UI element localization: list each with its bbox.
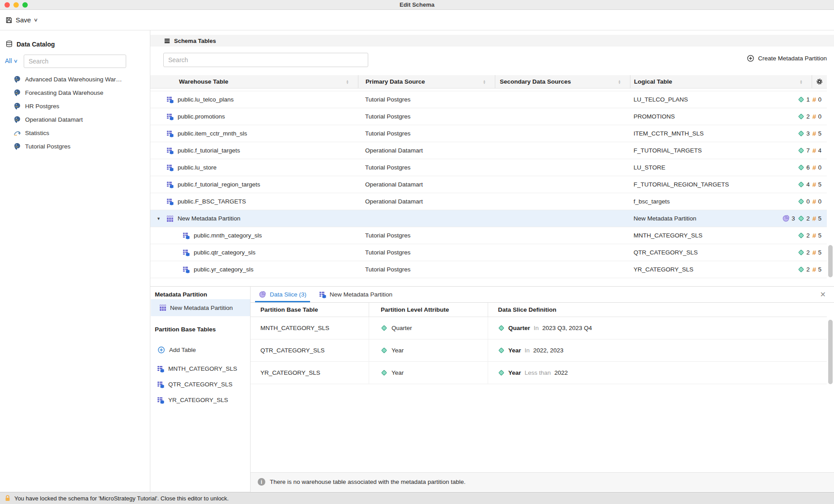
base-table-name: MNTH_CATEGORY_SLS — [168, 365, 237, 372]
fact-icon: # — [813, 96, 816, 103]
logical-table-name: YR_CATEGORY_SLS — [634, 266, 694, 273]
info-message: There is no warehouse table associated w… — [270, 479, 466, 485]
table-row[interactable]: public.lu_store Tutorial Postgres LU_STO… — [150, 159, 827, 176]
warehouse-table-name: public.yr_category_sls — [194, 266, 254, 273]
table-row[interactable]: public.mnth_category_sls Tutorial Postgr… — [150, 227, 827, 244]
metadata-partition-icon — [159, 304, 166, 311]
tab-new-metadata-partition[interactable]: New Metadata Partition — [313, 287, 399, 302]
table-row[interactable]: ▼ New Metadata Partition New Metadata Pa… — [150, 210, 827, 227]
definition-operator: Less than — [525, 369, 551, 376]
gear-icon — [816, 78, 823, 85]
data-slice-scrollbar[interactable] — [828, 320, 833, 384]
filter-dropdown[interactable]: All ∨ — [5, 57, 17, 64]
sort-icon[interactable]: ▲▼ — [483, 80, 486, 84]
catalog-item[interactable]: Operational Datamart — [0, 113, 150, 126]
sort-icon[interactable]: ▲▼ — [346, 80, 349, 84]
column-settings-button[interactable] — [812, 75, 827, 88]
primary-data-source: Operational Datamart — [358, 181, 495, 188]
partition-count: 3 — [791, 215, 795, 222]
object-counts: 4 # 5 — [798, 181, 821, 188]
lock-icon — [4, 495, 11, 502]
sort-icon[interactable]: ▲▼ — [618, 80, 621, 84]
primary-data-source: Tutorial Postgres — [358, 164, 495, 171]
attribute-icon — [798, 232, 804, 239]
column-header-warehouse-table[interactable]: Warehouse Table ▲▼ — [150, 75, 358, 88]
sort-icon[interactable]: ▲▼ — [800, 80, 803, 84]
catalog-item[interactable]: Tutorial Postgres — [0, 140, 150, 153]
column-header-primary-data-source[interactable]: Primary Data Source ▲▼ — [358, 75, 495, 88]
catalog-item-label: Operational Datamart — [25, 116, 83, 123]
data-slice-row[interactable]: YR_CATEGORY_SLS Year Year Less than 2022 — [251, 362, 827, 384]
plus-circle-icon — [747, 55, 754, 62]
chevron-down-icon[interactable]: ∨ — [34, 17, 38, 23]
table-row[interactable]: public.lu_telco_plans Tutorial Postgres … — [150, 91, 827, 108]
warehouse-table-name: public.promotions — [178, 113, 225, 120]
schema-tables-search-input[interactable] — [163, 53, 368, 67]
close-panel-icon[interactable]: ✕ — [820, 290, 826, 299]
column-header-secondary-data-sources[interactable]: Secondary Data Sources ▲▼ — [495, 75, 630, 88]
partition-base-table-item[interactable]: QTR_CATEGORY_SLS — [150, 377, 250, 392]
logical-table-name: LU_STORE — [634, 164, 665, 171]
warehouse-table-name: public.qtr_category_sls — [194, 249, 255, 256]
fact-icon: # — [813, 198, 816, 205]
add-table-button[interactable]: Add Table — [157, 346, 196, 354]
column-header-logical-table[interactable]: Logical Table ▲▼ — [630, 75, 812, 88]
attribute-count: 6 — [806, 164, 810, 171]
catalog-item-label: Tutorial Postgres — [25, 143, 71, 150]
table-row[interactable]: public.f_tutorial_targets Operational Da… — [150, 142, 827, 159]
table-row[interactable]: public.yr_category_sls Tutorial Postgres… — [150, 261, 827, 278]
table-row[interactable]: public.f_tutorial_region_targets Operati… — [150, 176, 827, 193]
catalog-item-label: Forecasting Data Warehouse — [25, 89, 103, 96]
warehouse-table-icon — [157, 381, 164, 388]
attribute-count: 2 — [806, 266, 810, 273]
partition-base-table-item[interactable]: YR_CATEGORY_SLS — [150, 392, 250, 408]
selected-partition-item[interactable]: New Metadata Partition — [151, 299, 250, 316]
partition-base-table-item[interactable]: MNTH_CATEGORY_SLS — [150, 361, 250, 377]
catalog-item[interactable]: Advanced Data Warehousing War… — [0, 72, 150, 86]
fact-count: 0 — [818, 198, 821, 205]
warehouse-table-icon — [183, 232, 190, 239]
warehouse-table-name: public.f_tutorial_region_targets — [178, 181, 260, 188]
fact-icon: # — [813, 232, 816, 239]
data-slice-row[interactable]: MNTH_CATEGORY_SLS Quarter Quarter In 202… — [251, 317, 827, 339]
object-counts: 2 # 5 — [798, 249, 821, 256]
logical-table-name: LU_TELCO_PLANS — [634, 96, 688, 103]
data-slice-row[interactable]: QTR_CATEGORY_SLS Year Year In 2022, 2023 — [251, 339, 827, 362]
fact-icon: # — [813, 181, 816, 188]
attribute-icon — [498, 325, 505, 331]
definition-values: 2022, 2023 — [533, 347, 564, 354]
attribute-count: 2 — [806, 215, 810, 222]
warehouse-table-icon — [166, 113, 174, 120]
table-row[interactable]: public.F_BSC_TARGETS Operational Datamar… — [150, 193, 827, 210]
catalog-list: Advanced Data Warehousing War… Forecasti… — [0, 72, 150, 153]
definition-attribute: Year — [508, 347, 521, 354]
catalog-search-input[interactable] — [24, 55, 126, 68]
catalog-item[interactable]: Statistics — [0, 126, 150, 140]
save-icon — [5, 17, 13, 24]
partition-base-table-cell: YR_CATEGORY_SLS — [251, 369, 369, 376]
status-bar: You have locked the schema for 'MicroStr… — [0, 492, 834, 504]
attribute-icon — [798, 266, 804, 273]
create-metadata-partition-button[interactable]: Create Metadata Partition — [747, 55, 827, 62]
data-catalog-panel: Data Catalog All ∨ Advanced Data Warehou… — [0, 30, 150, 492]
catalog-item[interactable]: HR Postgres — [0, 99, 150, 113]
postgres-icon — [13, 89, 21, 97]
save-button-label: Save — [16, 16, 31, 24]
save-button[interactable]: Save ∨ — [5, 16, 38, 24]
schema-grid-scrollbar[interactable] — [828, 245, 833, 277]
primary-data-source: Tutorial Postgres — [358, 266, 495, 273]
table-row[interactable]: public.promotions Tutorial Postgres PROM… — [150, 108, 827, 125]
expand-caret-icon[interactable]: ▼ — [157, 216, 161, 221]
table-row[interactable]: public.item_cctr_mnth_sls Tutorial Postg… — [150, 125, 827, 142]
tab-data-slice[interactable]: Data Slice (3) — [252, 287, 313, 302]
object-counts: 2 # 0 — [798, 113, 821, 120]
object-counts: 0 # 0 — [798, 198, 821, 205]
object-counts: 7 # 4 — [798, 147, 821, 154]
warehouse-table-icon — [319, 291, 326, 298]
base-table-name: QTR_CATEGORY_SLS — [168, 381, 233, 388]
catalog-item[interactable]: Forecasting Data Warehouse — [0, 86, 150, 99]
attribute-icon — [498, 369, 505, 376]
warehouse-table-icon — [166, 198, 174, 205]
metadata-partition-icon — [166, 215, 174, 222]
table-row[interactable]: public.qtr_category_sls Tutorial Postgre… — [150, 244, 827, 261]
